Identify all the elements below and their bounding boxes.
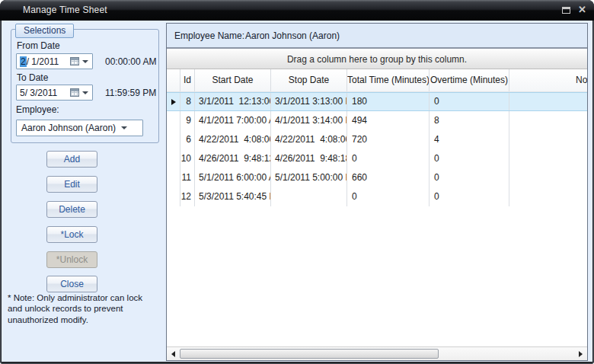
employee-name-header: Employee Name: Aaron Johnson (Aaron) [167, 24, 587, 49]
cell-id[interactable]: 6 [180, 130, 195, 149]
cell-notes[interactable] [509, 168, 587, 187]
close-button[interactable]: ✕ [578, 5, 586, 14]
scroll-left-button[interactable] [167, 348, 180, 360]
table-row[interactable]: 125/3/2011 5:40:45 PM00 [167, 187, 587, 206]
calendar-icon [70, 57, 79, 65]
horizontal-scrollbar[interactable] [167, 346, 587, 360]
column-header-total-time[interactable]: Total Time (Minutes) [347, 69, 430, 91]
from-date-value: 2/ 1/2011 [17, 56, 70, 67]
cell-notes[interactable] [509, 93, 587, 110]
close-icon: ✕ [578, 4, 586, 15]
calendar-icon [70, 88, 79, 97]
restore-icon [562, 7, 570, 14]
cell-notes[interactable] [509, 187, 587, 206]
chevron-down-icon [82, 60, 88, 63]
cell-ind[interactable] [167, 111, 180, 130]
scroll-right-button[interactable] [574, 348, 587, 360]
cell-total[interactable]: 494 [347, 111, 430, 130]
cell-id[interactable]: 10 [180, 149, 195, 168]
cell-stop[interactable] [271, 187, 347, 206]
cell-ot[interactable]: 0 [430, 187, 509, 206]
column-header-stop-date[interactable]: Stop Date [271, 69, 347, 91]
grid-header-row: Id Start Date Stop Date Total Time (Minu… [167, 69, 587, 92]
restore-button[interactable] [562, 5, 570, 14]
cell-stop[interactable]: 4/1/2011 3:14:00 PM [271, 111, 347, 130]
cell-id[interactable]: 8 [180, 93, 195, 110]
employee-label: Employee: [16, 104, 59, 115]
cell-stop[interactable]: 4/26/2011 9:48:18... [271, 149, 347, 168]
cell-ind[interactable] [167, 187, 180, 206]
group-by-drop-area[interactable]: Drag a column here to group by this colu… [167, 50, 587, 69]
column-header-start-date[interactable]: Start Date [195, 69, 271, 91]
cell-id[interactable]: 9 [180, 111, 195, 130]
admin-note: * Note: Only administrator can lock and … [8, 292, 158, 325]
title-bar[interactable]: Manage Time Sheet ✕ [0, 0, 594, 21]
selected-row-arrow-icon [171, 99, 176, 105]
cell-notes[interactable] [509, 149, 587, 168]
timesheet-panel: Employee Name: Aaron Johnson (Aaron) Dra… [166, 23, 588, 361]
close-dialog-button[interactable]: Close [46, 276, 97, 292]
cell-id[interactable]: 12 [180, 187, 195, 206]
delete-button[interactable]: Delete [46, 201, 97, 218]
table-row[interactable]: 64/22/2011 4:08:00...4/22/2011 4:08:00..… [167, 130, 587, 149]
column-header-id[interactable]: Id [180, 69, 195, 91]
edit-button[interactable]: Edit [46, 176, 97, 193]
row-indicator-header [167, 69, 180, 91]
cell-ind[interactable] [167, 130, 180, 149]
cell-notes[interactable] [509, 111, 587, 130]
to-date-picker[interactable]: 5/ 3/2011 [16, 85, 93, 101]
employee-name-value: Aaron Johnson (Aaron) [245, 30, 340, 41]
cell-ind[interactable] [167, 168, 180, 187]
selections-group-label: Selections [15, 24, 74, 38]
cell-total[interactable]: 0 [347, 149, 430, 168]
from-date-picker[interactable]: 2/ 1/2011 [16, 53, 93, 69]
unlock-button: *Unlock [46, 251, 97, 268]
cell-start[interactable]: 3/1/2011 12:13:00... [195, 93, 271, 110]
to-time-label: 11:59:59 PM [105, 88, 156, 98]
grid-rows: 83/1/2011 12:13:00...3/1/2011 3:13:00 PM… [167, 92, 587, 206]
manage-time-sheet-window: Manage Time Sheet ✕ Selections From Date… [0, 0, 594, 364]
cell-ot[interactable]: 0 [430, 168, 509, 187]
column-header-overtime[interactable]: Overtime (Minutes) [430, 69, 509, 91]
cell-notes[interactable] [509, 130, 587, 149]
cell-ot[interactable]: 0 [430, 93, 509, 110]
cell-id[interactable]: 11 [180, 168, 195, 187]
from-date-label: From Date [17, 40, 60, 51]
table-row[interactable]: 83/1/2011 12:13:00...3/1/2011 3:13:00 PM… [167, 92, 587, 111]
employee-combobox[interactable]: Aaron Johnson (Aaron) [16, 120, 143, 136]
cell-start[interactable]: 5/1/2011 6:00:00 AM [195, 168, 271, 187]
table-row[interactable]: 94/1/2011 7:00:00 AM4/1/2011 3:14:00 PM4… [167, 111, 587, 130]
to-date-calendar-button[interactable] [70, 88, 92, 97]
add-button[interactable]: Add [46, 151, 97, 168]
table-row[interactable]: 115/1/2011 6:00:00 AM5/1/2011 5:00:00 PM… [167, 168, 587, 187]
arrow-left-icon [171, 351, 175, 357]
cell-ot[interactable]: 4 [430, 130, 509, 149]
from-date-calendar-button[interactable] [70, 57, 92, 65]
chevron-down-icon [82, 91, 88, 94]
cell-ind[interactable] [167, 93, 180, 110]
cell-start[interactable]: 4/26/2011 9:48:12... [195, 149, 271, 168]
cell-total[interactable]: 660 [347, 168, 430, 187]
cell-start[interactable]: 4/1/2011 7:00:00 AM [195, 111, 271, 130]
cell-total[interactable]: 0 [347, 187, 430, 206]
cell-total[interactable]: 180 [347, 93, 430, 110]
window-title: Manage Time Sheet [23, 5, 107, 15]
cell-ot[interactable]: 8 [430, 111, 509, 130]
cell-total[interactable]: 720 [347, 130, 430, 149]
cell-stop[interactable]: 3/1/2011 3:13:00 PM [271, 93, 347, 110]
cell-start[interactable]: 4/22/2011 4:08:00... [195, 130, 271, 149]
lock-button[interactable]: *Lock [46, 226, 97, 243]
cell-stop[interactable]: 4/22/2011 4:08:00... [271, 130, 347, 149]
arrow-right-icon [579, 351, 583, 357]
employee-name-label: Employee Name: [174, 30, 244, 41]
cell-ind[interactable] [167, 149, 180, 168]
cell-stop[interactable]: 5/1/2011 5:00:00 PM [271, 168, 347, 187]
from-time-label: 00:00:00 AM [105, 56, 156, 67]
table-row[interactable]: 104/26/2011 9:48:12...4/26/2011 9:48:18.… [167, 149, 587, 168]
from-date-selected-segment: 2 [20, 56, 27, 67]
scrollbar-thumb[interactable] [180, 349, 439, 359]
cell-ot[interactable]: 0 [430, 149, 509, 168]
column-header-notes[interactable]: No [509, 69, 587, 91]
chevron-down-icon [121, 126, 127, 129]
cell-start[interactable]: 5/3/2011 5:40:45 PM [195, 187, 271, 206]
